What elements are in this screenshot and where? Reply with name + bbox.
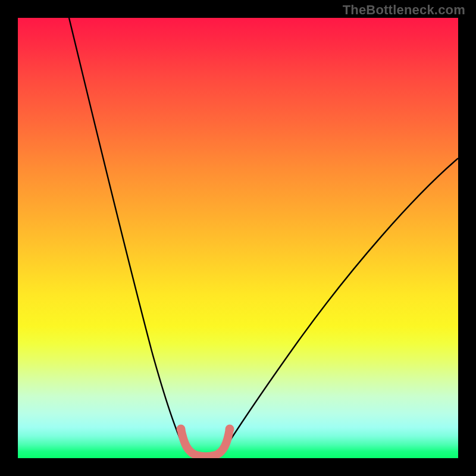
watermark-text: TheBottleneck.com — [343, 2, 465, 18]
curve-layer — [18, 18, 458, 458]
plot-area — [18, 18, 458, 458]
valley-marker-dot-left — [177, 425, 186, 434]
curve-right — [226, 158, 458, 447]
valley-marker-path — [181, 429, 230, 456]
valley-marker-dot-right — [226, 425, 234, 434]
chart-frame: TheBottleneck.com — [0, 0, 476, 476]
curve-left — [69, 18, 185, 450]
